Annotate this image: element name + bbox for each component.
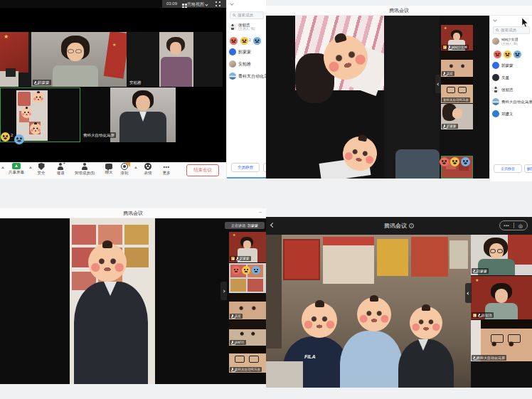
- collapse-thumbnails-button[interactable]: [435, 75, 441, 93]
- thumbnail-name-label: 吴星: [442, 71, 454, 76]
- reaction-emoji-blue: [252, 266, 260, 275]
- thumbnail[interactable]: 郭蒙蒙: [471, 235, 532, 275]
- door: [266, 235, 282, 349]
- thumbnail[interactable]: 青科大自动化马赛: [471, 320, 532, 361]
- emoji-button[interactable]: 表情: [139, 163, 156, 176]
- thumbnail-name-label: 郭蒙蒙: [230, 256, 251, 261]
- collapse-thumbnails-button[interactable]: [220, 282, 227, 300]
- mic-icon: [231, 314, 233, 318]
- floor: [266, 361, 303, 388]
- chevron-left-icon: [467, 292, 469, 294]
- person-face: [452, 107, 463, 119]
- window-title: 腾讯会议: [123, 210, 143, 217]
- bl-video-area: 正在讲话: 郭蒙蒙 ★ 郭蒙蒙: [0, 218, 266, 384]
- tr-participant-panel: 搜索成员 wjwj少女感 (主持人, 我) 郭蒙蒙 吴星: [489, 16, 532, 181]
- reaction-emoji-yellow: [240, 37, 248, 45]
- mute-all-button[interactable]: 全员静音: [494, 164, 522, 173]
- mic-icon: [473, 356, 475, 360]
- mic-icon: [443, 124, 445, 128]
- monitor: [6, 68, 16, 77]
- participant-row[interactable]: 吴星: [492, 74, 532, 81]
- invite-button[interactable]: + 邀请: [51, 163, 70, 176]
- thumbnail[interactable]: 郭蒙蒙: [441, 104, 473, 129]
- more-button[interactable]: 更多: [158, 163, 175, 176]
- avatar: [229, 60, 236, 68]
- manage-members-button[interactable]: 管理成员(5): [70, 163, 100, 176]
- participant-row[interactable]: 郭蒙蒙: [229, 48, 266, 55]
- reaction-emoji-blue: [514, 50, 521, 58]
- cursor-pointer: [521, 18, 528, 28]
- video-tile[interactable]: ★: [0, 32, 31, 87]
- poster: [283, 239, 320, 280]
- search-icon: [233, 14, 236, 17]
- br-thumbnail-column: 郭蒙蒙 ★ 张郁浩 青科: [471, 235, 532, 388]
- glasses: [490, 249, 496, 253]
- info-icon[interactable]: i: [409, 223, 414, 228]
- search-icon: [496, 28, 499, 32]
- minimize-button[interactable]: –: [259, 209, 262, 214]
- security-button[interactable]: 安全: [33, 163, 50, 176]
- thumbnail-name-label: 青科大自动化马赛: [442, 97, 470, 102]
- thumbnail[interactable]: 张郁浩: [229, 321, 266, 346]
- members-icon: [81, 163, 88, 170]
- thumbnail[interactable]: 吴星: [229, 294, 266, 319]
- thumbnail[interactable]: 青科大自动化马赛: [441, 78, 473, 103]
- cartoon-face-sticker: [302, 302, 337, 338]
- glasses: [497, 249, 503, 253]
- host-badge-icon: [443, 46, 447, 49]
- unmute-all-button[interactable]: 解除静音: [524, 164, 532, 173]
- chevron-down-icon[interactable]: [493, 18, 497, 22]
- participant-row-host[interactable]: 张郁浩 (主持人, 我): [229, 23, 266, 31]
- poster: [449, 240, 468, 269]
- participant-row[interactable]: 青科大自动化马赛: [492, 98, 532, 105]
- flag-star-icon: ★: [112, 42, 116, 47]
- window-edge-highlight: [227, 177, 266, 179]
- reaction-emoji-yellow: [450, 157, 459, 166]
- flag-star-icon: ★: [4, 33, 9, 40]
- bl-titlebar: 腾讯会议: [0, 208, 266, 218]
- thumbnail-name-label: wjwj少女感: [442, 45, 469, 50]
- thumbnail[interactable]: ★ wjwj少女感: [441, 25, 473, 50]
- record-button[interactable]: 录制: [116, 163, 133, 176]
- participant-row[interactable]: 青科大自动化马赛: [229, 73, 266, 80]
- member-search-input[interactable]: 搜索成员: [230, 11, 264, 19]
- thumbnail[interactable]: 青科大自动化马赛: [229, 347, 266, 373]
- glasses: [68, 49, 74, 53]
- chevron-left-icon: [437, 83, 440, 85]
- thumbnail[interactable]: ★ 郭蒙蒙: [229, 232, 266, 262]
- video-name-label: 郭蒙蒙: [33, 80, 51, 85]
- cartoon-face-sticker: [33, 92, 44, 103]
- close-circle-icon[interactable]: ◎: [514, 223, 528, 228]
- caret-up-icon[interactable]: [29, 166, 32, 169]
- mic-icon: [448, 46, 450, 49]
- grid-view-button[interactable]: 宫格视图: [182, 1, 208, 8]
- video-tile[interactable]: [127, 32, 223, 87]
- more-dots-icon[interactable]: •••: [500, 223, 514, 228]
- person-body: [340, 331, 403, 388]
- person-face: [136, 95, 150, 111]
- clothing: [395, 149, 440, 179]
- glasses: [75, 49, 82, 53]
- chat-button[interactable]: 聊天: [100, 163, 117, 175]
- caret-up-icon[interactable]: [134, 166, 137, 169]
- avatar: [229, 73, 236, 80]
- thumbnail[interactable]: 吴星: [441, 51, 473, 77]
- participant-row[interactable]: 张郁浩: [492, 86, 532, 93]
- chevron-down-icon[interactable]: [230, 1, 234, 6]
- participant-row[interactable]: 郭蒙蒙: [492, 62, 532, 69]
- person-body: [53, 65, 98, 87]
- end-meeting-button[interactable]: 结束会议: [186, 164, 219, 176]
- participant-row[interactable]: 安柏雅: [229, 60, 266, 68]
- participant-row-host[interactable]: wjwj少女感 (主持人, 我): [492, 38, 532, 46]
- mute-all-button[interactable]: 全员静音: [231, 163, 260, 172]
- bl-meeting-window: 腾讯会议 – 正在讲话: 郭蒙蒙 ★: [0, 208, 266, 384]
- expand-icon[interactable]: [216, 1, 220, 6]
- thumbnail[interactable]: ★ 张郁浩: [471, 276, 532, 319]
- share-screen-button[interactable]: 共享屏幕: [4, 163, 28, 175]
- video-tile[interactable]: ★: [31, 32, 127, 87]
- collapse-thumbnails-button[interactable]: [465, 283, 472, 303]
- participant-row[interactable]: 郑建文: [492, 110, 532, 117]
- reaction-emoji-blue: [253, 37, 261, 45]
- cartoon-face-sticker: [30, 123, 41, 134]
- avatar: [229, 23, 236, 31]
